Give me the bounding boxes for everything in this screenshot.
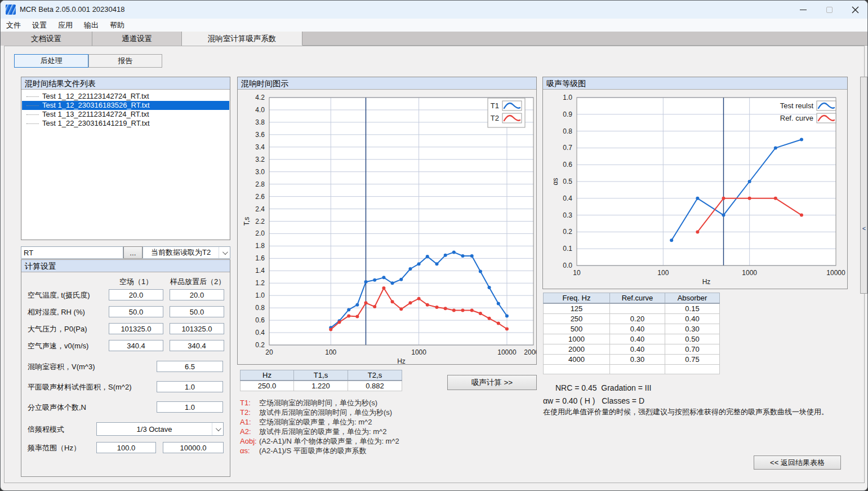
freq-from-input[interactable] [96,442,156,453]
menu-item[interactable]: 设置 [26,19,52,32]
browse-button[interactable]: ... [123,246,143,259]
grade-table-cell[interactable]: 0.15 [665,303,720,314]
grade-table-cell[interactable]: 0.30 [665,324,720,334]
absorb-calc-button[interactable]: 吸声计算 >> [447,375,537,390]
tab-2[interactable]: 混响室计算吸声系数 [182,32,302,46]
p0-label: 大气压力，P0(Pa) [28,324,87,334]
close-button[interactable] [842,1,868,19]
rt-name-input[interactable] [21,246,123,259]
grade-table-cell[interactable]: 250 [544,314,610,324]
tab-0[interactable]: 文档设置 [1,32,92,46]
col-header-with-sample: 样品放置后（2） [170,277,226,287]
splitter-strip[interactable]: < [860,77,867,294]
legend-notes: T1:空场混响室的混响时间，单位为秒(s)T2:放试件后混响室的混响时间，单位为… [240,398,399,455]
rt-table-cell[interactable]: 0.882 [348,381,402,391]
app-window: MCR Beta 2.05.0.001 20230418 文件设置应用输出帮助 … [0,0,868,491]
area-input[interactable] [157,381,223,392]
tree-connector [26,123,39,124]
rh-input-1[interactable] [109,306,163,317]
tab-postprocess[interactable]: 后处理 [14,54,88,68]
grade-table-cell[interactable]: 0.70 [665,344,720,355]
menu-item[interactable]: 文件 [1,19,26,32]
svg-text:0.9: 0.9 [563,110,572,118]
grade-table-cell[interactable]: 0.40 [665,314,720,324]
file-list-item[interactable]: Test 1_13_221123142724_RT.txt [22,110,229,119]
note-line: Aobj:(A2-A1)/N 单个物体的吸声量，单位为: m^2 [240,436,399,446]
maximize-button[interactable] [816,1,842,19]
svg-text:100: 100 [657,269,669,277]
octave-dropdown[interactable]: 1/3 Octave [96,422,224,436]
grade-table-cell[interactable]: 0.30 [610,355,665,365]
grade-table-row[interactable]: 40000.300.75 [544,355,720,365]
svg-text:T,s: T,s [243,217,251,225]
grade-table-cell[interactable] [610,365,665,374]
data-read-dropdown[interactable]: 当前数据读取为T2 [143,246,230,259]
grade-table-cell[interactable]: 1000 [544,334,610,344]
absorber-count-input[interactable] [157,401,223,413]
back-to-results-button[interactable]: << 返回结果表格 [754,455,841,470]
grade-table-cell[interactable]: 0.50 [665,334,720,344]
svg-text:1.0: 1.0 [563,94,572,101]
note-key: Aobj: [240,436,259,446]
v0-input-1[interactable] [109,340,163,351]
grade-table-cell[interactable]: 2000 [544,344,610,355]
grade-table-cell[interactable]: 500 [544,324,610,334]
rt-table-header: T1,s [294,370,348,381]
grade-table-cell[interactable] [544,365,610,374]
p0-input-1[interactable] [109,323,163,334]
file-list-item[interactable]: Test 1_12_221123142724_RT.txt [22,92,229,101]
grade-table-row[interactable] [544,365,720,374]
volume-input[interactable] [157,361,223,372]
temp-input-2[interactable] [170,289,224,300]
grade-table-row[interactable]: 5000.400.30 [544,324,720,334]
grade-table-cell[interactable]: 4000 [544,355,610,365]
svg-text:2.2: 2.2 [255,218,265,225]
menu-item[interactable]: 应用 [52,19,78,32]
grade-table-cell[interactable]: 0.40 [610,344,665,355]
tab-report[interactable]: 报告 [88,54,162,68]
temp-input-1[interactable] [109,289,163,300]
octave-label: 倍频程模式 [28,424,64,435]
grade-table-cell[interactable]: 0.20 [610,314,665,324]
rt-table-header: T2,s [348,370,402,381]
note-line: A1:空场混响室的吸声量，单位为: m^2 [240,417,399,427]
file-list-item[interactable]: Test 1_22_230316141219_RT.txt [22,119,229,128]
calc-settings-title: 计算设置 [21,260,230,272]
grade-table-cell[interactable]: 125 [544,303,610,314]
svg-text:2.4: 2.4 [255,205,265,213]
svg-text:1000: 1000 [742,269,757,277]
collapse-arrow-icon[interactable]: < [861,225,867,232]
note-text: 空场混响室的吸声量，单位为: m^2 [259,418,372,426]
grade-table-cell[interactable] [610,303,665,314]
svg-text:20000: 20000 [524,348,536,356]
grade-table-row[interactable]: 20000.400.70 [544,344,720,355]
p0-input-2[interactable] [170,323,224,334]
svg-text:0.0: 0.0 [563,262,572,269]
file-list-item[interactable]: Test 1_12_230316183526_RT.txt [22,101,229,110]
freq-to-input[interactable] [163,442,224,453]
rt-table-cell[interactable]: 250.0 [241,381,294,391]
rt-table-cell[interactable]: 1.220 [294,381,348,391]
file-list: Test 1_12_221123142724_RT.txtTest 1_12_2… [22,90,229,239]
menu-item[interactable]: 输出 [78,19,104,32]
grade-table: Freq. HzRef.curveAbsorber1250.152500.200… [543,293,720,374]
rh-input-2[interactable] [170,306,224,317]
menu-item[interactable]: 帮助 [104,19,130,32]
v0-input-2[interactable] [170,340,224,351]
grade-table-cell[interactable]: 0.75 [665,355,720,365]
minimize-button[interactable] [790,1,816,19]
app-icon [6,5,16,15]
grade-table-row[interactable]: 2500.200.40 [544,314,720,324]
grade-chart[interactable]: 0.00.10.20.30.40.50.60.70.80.91.01010010… [543,89,847,289]
grade-table-row[interactable]: 1250.15 [544,303,720,314]
rt-table-row[interactable]: 250.01.2200.882 [241,381,402,391]
grade-table-cell[interactable]: 0.40 [610,334,665,344]
grade-table-row[interactable]: 10000.400.50 [544,334,720,344]
grade-table-cell[interactable] [665,365,720,374]
rt-chart[interactable]: 0.20.40.60.81.01.21.41.61.82.02.22.42.62… [238,89,536,364]
svg-text:Hz: Hz [397,357,406,364]
note-line: A2:放试件后混响室的吸声量，单位为: m^2 [240,427,399,436]
tab-1[interactable]: 通道设置 [92,32,182,46]
grade-table-cell[interactable]: 0.40 [610,324,665,334]
grade-chart-title: 吸声等级图 [543,77,847,90]
